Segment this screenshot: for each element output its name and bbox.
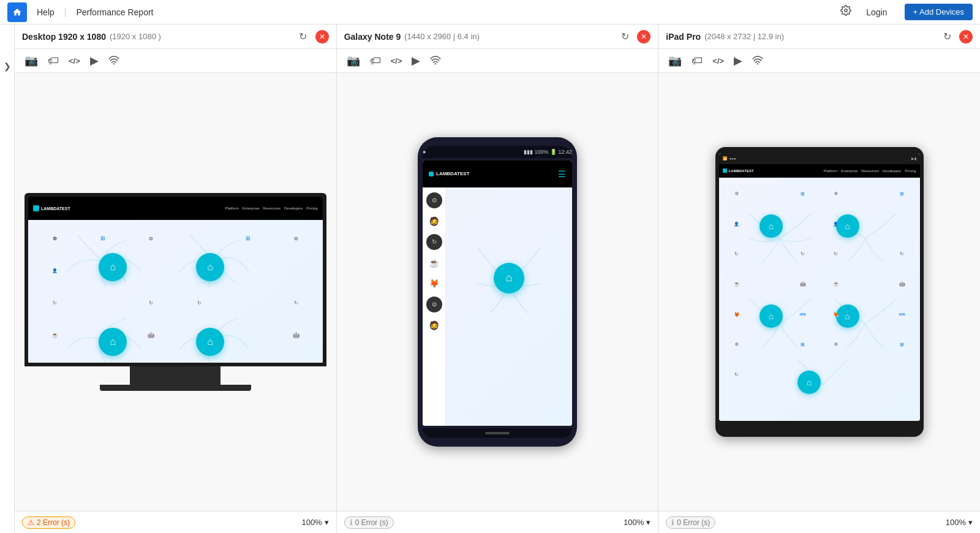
- sidebar-icon-fox: 🦊: [426, 276, 442, 292]
- icon-circle-2: ↻: [127, 287, 176, 319]
- code-icon-galaxy[interactable]: </>: [391, 56, 402, 66]
- icon-android-2: 🤖: [272, 319, 320, 351]
- icon-win-2: ⊞: [224, 222, 272, 254]
- mindmap-node-1: ⌂: [99, 253, 127, 281]
- ipad-error-count: 0 Error (s): [677, 518, 710, 527]
- galaxy-panel: Galaxy Note 9 (1440 x 2960 | 6.4 in) ↻ ✕…: [337, 25, 659, 533]
- icon-win-1: ⊞: [79, 222, 127, 254]
- desktop-title-dim: (1920 x 1080 ): [110, 32, 161, 41]
- ipad-mockup: 📶●●●▶▮ LAMBDATEST PlatformEnterpriseReso…: [715, 147, 924, 437]
- svg-point-2: [435, 64, 437, 64]
- galaxy-title: Galaxy Note 9: [344, 32, 401, 42]
- icon-apple-2: [272, 255, 320, 287]
- galaxy-zoom-value: 100%: [624, 518, 644, 527]
- panels-container: Desktop 1920 x 1080 (1920 x 1080 ) ↻ ✕ 📷…: [15, 25, 980, 533]
- galaxy-title-dim: (1440 x 2960 | 6.4 in): [404, 32, 480, 41]
- galaxy-sync-icon[interactable]: ↻: [616, 28, 633, 45]
- ipad-node-1: ⌂: [760, 214, 783, 238]
- galaxy-error-badge: ℹ 0 Error (s): [344, 516, 394, 529]
- icon-android-1: 🤖: [127, 319, 176, 351]
- icon-gh-3: ⊙: [272, 222, 320, 254]
- ipad-sync-icon[interactable]: ↻: [938, 28, 956, 45]
- sidebar-icon-person: 🧔: [426, 213, 442, 229]
- tag-icon-galaxy[interactable]: 🏷: [370, 55, 381, 67]
- svg-point-3: [757, 64, 758, 64]
- ipad-node-2: ⌂: [836, 214, 859, 238]
- code-icon-ipad[interactable]: </>: [712, 56, 724, 66]
- mindmap-node-2: ⌂: [196, 253, 224, 281]
- ipad-error-badge: ℹ 0 Error (s): [666, 516, 715, 529]
- camera-icon[interactable]: 📷: [24, 54, 38, 67]
- wifi-icon[interactable]: [108, 55, 119, 67]
- tag-icon[interactable]: 🏷: [48, 55, 59, 67]
- camera-icon-ipad[interactable]: 📷: [668, 54, 682, 67]
- video-icon-galaxy[interactable]: ▶: [412, 54, 420, 67]
- help-link[interactable]: Help: [37, 7, 55, 17]
- ios-label-2: iOS: [272, 351, 320, 363]
- desktop-footer: ⚠ 2 Error (s) 100% ▾: [15, 511, 336, 533]
- wifi-icon-ipad[interactable]: [752, 55, 763, 67]
- ipad-home-bar: [719, 423, 920, 431]
- chevron-right-icon: ❯: [4, 61, 11, 71]
- galaxy-error-count: 0 Error (s): [355, 518, 388, 527]
- report-label: Performance Report: [76, 7, 153, 17]
- desktop-error-count: 2 Error (s): [37, 518, 70, 527]
- ipad-title: iPad Pro: [666, 32, 701, 42]
- zoom-chevron-down-icon-2: ▾: [646, 518, 650, 527]
- icon-gh-2: ⊙: [127, 222, 176, 254]
- desktop-sync-icon[interactable]: ↻: [295, 28, 312, 45]
- sidebar-toggle[interactable]: ❯: [0, 25, 15, 533]
- icon-github-1: ⚙: [31, 222, 79, 254]
- galaxy-zoom-control[interactable]: 100% ▾: [624, 518, 650, 527]
- camera-icon-galaxy[interactable]: 📷: [347, 54, 360, 67]
- ipad-node-4: ⌂: [836, 304, 859, 328]
- ipad-panel-header: iPad Pro (2048 x 2732 | 12.9 in) ↻ ✕: [658, 25, 980, 49]
- desktop-zoom-value: 100%: [301, 518, 322, 527]
- ipad-zoom-control[interactable]: 100% ▾: [946, 518, 973, 527]
- sidebar-icon-person-2: 🧔: [426, 317, 442, 333]
- icon-circle-4: ↻: [272, 287, 320, 319]
- tag-icon-ipad[interactable]: 🏷: [692, 55, 703, 67]
- ipad-title-dim: (2048 x 2732 | 12.9 in): [704, 32, 784, 41]
- site-logo: LAMBDATEST: [33, 205, 70, 211]
- ipad-content: 📶●●●▶▮ LAMBDATEST PlatformEnterpriseReso…: [658, 73, 980, 511]
- galaxy-close-button[interactable]: ✕: [637, 30, 650, 43]
- galaxy-mockup: ● ▮▮▮ 100% 🔋 12:42 LAMBDATEST: [418, 137, 577, 447]
- video-icon[interactable]: ▶: [90, 54, 99, 67]
- desktop-title: Desktop 1920 x 1080: [22, 32, 106, 42]
- mindmap-node-3: ⌂: [99, 328, 127, 356]
- icon-fox-1: 🦊: [31, 351, 79, 363]
- sidebar-icon-gh-2: ⊙: [426, 297, 442, 312]
- sidebar-icon-circle: ↻: [426, 234, 442, 250]
- ipad-node-5: ⌂: [797, 371, 821, 394]
- sidebar-icon-gh-1: ⊙: [426, 192, 442, 208]
- phone-mindmap-node: ⌂: [494, 263, 524, 293]
- sidebar-icon-java: ☕: [426, 255, 442, 271]
- warning-icon: ⚠: [28, 518, 34, 527]
- ipad-toolbar: 📷 🏷 </> ▶: [658, 49, 980, 73]
- desktop-close-button[interactable]: ✕: [315, 30, 329, 43]
- desktop-zoom-control[interactable]: 100% ▾: [301, 518, 328, 527]
- desktop-panel: Desktop 1920 x 1080 (1920 x 1080 ) ↻ ✕ 📷…: [15, 25, 337, 533]
- add-devices-button[interactable]: + Add Devices: [905, 4, 973, 20]
- video-icon-ipad[interactable]: ▶: [734, 54, 742, 67]
- wifi-icon-galaxy[interactable]: [430, 55, 441, 67]
- svg-point-1: [113, 64, 115, 64]
- galaxy-toolbar: 📷 🏷 </> ▶: [337, 49, 658, 73]
- icon-circle-3: ↻: [175, 287, 224, 319]
- ipad-panel: iPad Pro (2048 x 2732 | 12.9 in) ↻ ✕ 📷 🏷…: [658, 25, 980, 533]
- code-icon[interactable]: </>: [69, 56, 80, 66]
- ipad-close-button[interactable]: ✕: [959, 30, 973, 43]
- desktop-toolbar: 📷 🏷 </> ▶: [15, 49, 336, 73]
- login-link[interactable]: Login: [866, 7, 887, 17]
- galaxy-footer: ℹ 0 Error (s) 100% ▾: [337, 511, 658, 533]
- gear-icon[interactable]: [840, 5, 851, 19]
- desktop-content: LAMBDATEST PlatformEnterpriseResourcesDe…: [15, 73, 336, 511]
- desktop-mockup: LAMBDATEST PlatformEnterpriseResourcesDe…: [24, 193, 326, 390]
- desktop-error-badge: ⚠ 2 Error (s): [22, 516, 75, 529]
- galaxy-panel-header: Galaxy Note 9 (1440 x 2960 | 6.4 in) ↻ ✕: [337, 25, 658, 49]
- home-button[interactable]: [7, 2, 27, 22]
- topnav: Help | Performance Report Login + Add De…: [0, 0, 980, 25]
- ipad-zoom-value: 100%: [946, 518, 966, 527]
- zoom-chevron-down-icon-3: ▾: [968, 518, 973, 527]
